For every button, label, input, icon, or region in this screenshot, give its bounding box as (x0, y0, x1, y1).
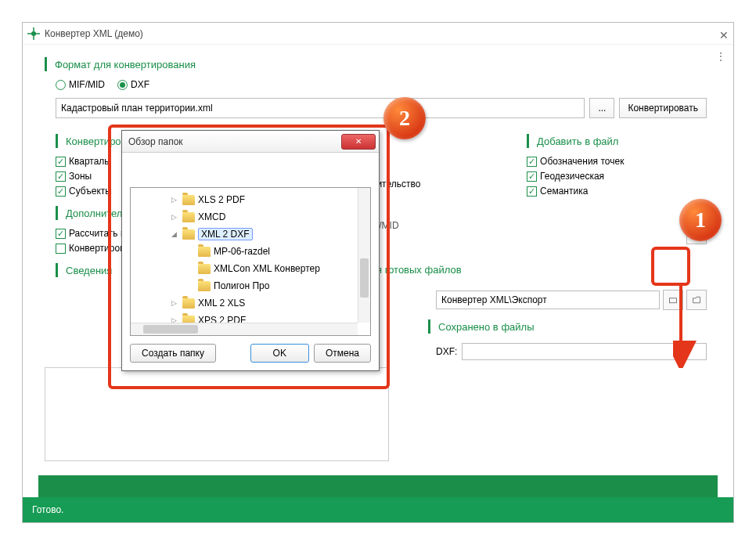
tree-item[interactable]: XMLCon XML Конвертер (131, 260, 370, 277)
titlebar: Конвертер XML (демо) ✕ (23, 23, 733, 45)
section-addtofile: Добавить в файл (527, 134, 707, 148)
section-addtofile-label: Добавить в файл (537, 135, 618, 147)
tree-item-label: XML 2 DXF (198, 228, 253, 240)
section-info-label: Сведения (66, 265, 112, 276)
new-folder-button[interactable]: Создать папку (130, 344, 216, 363)
radio-mif[interactable]: MIF/MID (56, 79, 105, 90)
svg-rect-5 (693, 232, 701, 237)
chk-zony[interactable]: ✓ (56, 171, 66, 182)
radio-dxf[interactable]: DXF (117, 79, 149, 90)
ok-button[interactable]: OK (250, 344, 309, 363)
folder-tree[interactable]: ▷XLS 2 PDF▷XMCD◢XML 2 DXFMP-06-razdelXML… (130, 187, 371, 336)
save-path-browse-large-button[interactable] (686, 224, 707, 244)
section-accent-bar (45, 57, 47, 71)
saved-dxf-label: DXF: (436, 346, 457, 357)
tree-item-label: XML 2 XLS (198, 298, 245, 309)
chk-toch-label: Обозначения точек (540, 156, 624, 167)
chk-subjekty-label: Субъекты (69, 186, 112, 197)
section-saved: Сохранено в файлы (428, 319, 718, 334)
dialog-title: Обзор папок (128, 136, 341, 147)
tree-item-label: XMCD (198, 211, 225, 222)
chk-geod-label: Геодезическая (540, 171, 604, 182)
tree-item[interactable]: Полигон Про (131, 277, 370, 294)
export-path-browse-button[interactable] (663, 290, 683, 310)
format-radio-group: MIF/MID DXF (56, 79, 718, 90)
cancel-button[interactable]: Отмена (314, 344, 371, 363)
saved-dxf-input[interactable] (462, 343, 707, 360)
section-format-label: Формат для конвертирования (55, 59, 196, 70)
dialog-close-button[interactable]: ✕ (341, 134, 376, 150)
saved-dxf-row: DXF: (436, 343, 707, 360)
svg-rect-6 (694, 230, 700, 233)
chk-konvertirov[interactable] (56, 244, 66, 254)
progress-bar (38, 475, 718, 497)
tree-item-label: XLS 2 PDF (198, 194, 245, 205)
chk-rasschitat[interactable]: ✓ (56, 229, 66, 239)
tree-item[interactable]: MP-06-razdel (131, 243, 370, 260)
radio-mif-label: MIF/MID (69, 79, 105, 90)
tree-item[interactable]: ▷XML 2 XLS (131, 294, 370, 312)
folder-browse-dialog: Обзор папок ✕ ▷XLS 2 PDF▷XMCD◢XML 2 DXFM… (121, 130, 380, 371)
tree-item[interactable]: ▷XMCD (131, 208, 370, 226)
chk-seman[interactable]: ✓ (527, 186, 537, 197)
section-format: Формат для конвертирования (45, 57, 718, 71)
source-file-row: ... Конвертировать (56, 98, 707, 118)
app-logo-icon (27, 27, 40, 40)
tree-item-label: XMLCon XML Конвертер (214, 263, 320, 274)
chk-kvartaly[interactable]: ✓ (56, 157, 66, 167)
chk-zony-label: Зоны (69, 171, 92, 182)
tree-item[interactable]: ▷XLS 2 PDF (131, 191, 370, 208)
chk-geod[interactable]: ✓ (527, 171, 537, 182)
status-bar: Готово. (23, 497, 733, 522)
source-file-input[interactable] (56, 98, 585, 118)
export-path-row (436, 290, 707, 310)
dialog-titlebar: Обзор папок ✕ (122, 131, 379, 153)
info-textarea[interactable] (45, 367, 389, 461)
status-text: Готово. (32, 504, 63, 515)
tree-item-label: Полигон Про (214, 280, 269, 291)
close-icon[interactable]: ✕ (719, 29, 729, 38)
tree-item[interactable]: ◢XML 2 DXF (131, 226, 370, 243)
chk-seman-label: Семантика (540, 186, 588, 197)
chk-konvertirov-label: Конвертиров (69, 243, 125, 254)
window-title: Конвертер XML (демо) (45, 28, 719, 39)
browse-source-button[interactable]: ... (589, 98, 614, 118)
svg-rect-7 (670, 298, 677, 303)
tree-item-label: MP-06-razdel (214, 246, 270, 257)
chk-subjekty[interactable]: ✓ (56, 186, 66, 197)
export-path-input[interactable] (436, 291, 660, 309)
chk-kvartaly-label: Кварталы (69, 156, 111, 167)
export-path-open-button[interactable] (686, 290, 707, 310)
svg-point-0 (32, 31, 36, 35)
radio-dxf-label: DXF (131, 79, 149, 90)
chk-toch[interactable]: ✓ (527, 157, 537, 167)
convert-button[interactable]: Конвертировать (619, 98, 707, 118)
section-saved-label: Сохранено в файлы (438, 321, 535, 333)
tree-hscrollbar[interactable] (131, 323, 358, 335)
tree-vscrollbar[interactable] (358, 188, 370, 323)
